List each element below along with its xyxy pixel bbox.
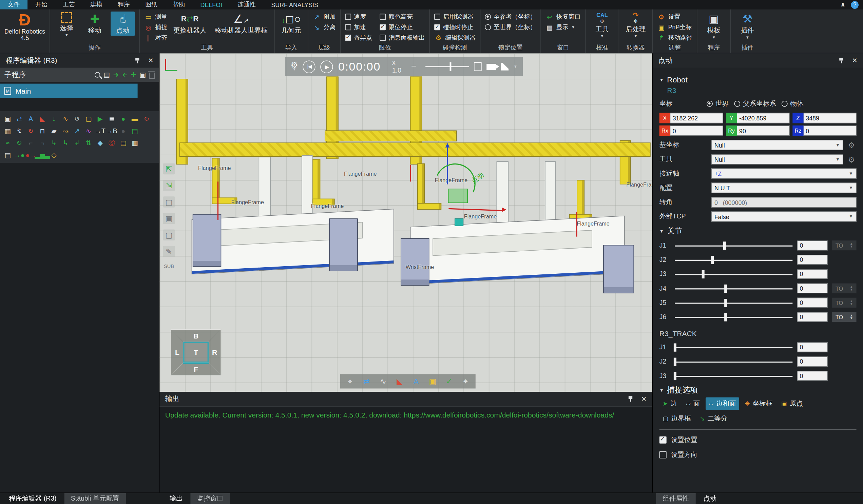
statement-icon[interactable]: ▂▅▃ [37,150,47,160]
viewport-toolbar-icon[interactable]: A [410,376,422,387]
axis-input[interactable]: 0 [670,126,723,136]
output-log[interactable]: Update available. Current version: 4.5.0… [160,406,652,492]
panel-tab[interactable]: 点动 [697,493,723,504]
panel-tab[interactable]: 输出 [163,493,189,504]
joint-slider[interactable] [675,256,792,264]
move-button[interactable]: ✚ 移动 [83,12,107,36]
collapse-ribbon-icon[interactable]: ∧ [841,1,846,8]
statement-icon[interactable]: ≈ [3,138,13,148]
viewport-toolbar-icon[interactable]: ⌖ [344,376,356,387]
statement-icon[interactable]: ▰ [49,126,59,136]
joint-value-input[interactable]: 0 [797,312,828,322]
menu-tab[interactable]: 建模 [83,0,110,10]
statement-icon[interactable]: ◣ [37,114,47,124]
postprocess-button[interactable]: ↷⌖ 后处理 ▼ [624,12,648,39]
slider-thumb[interactable] [724,284,727,292]
delete-icon[interactable] [149,72,155,78]
attach-button[interactable]: ↗附加 [313,13,336,21]
statement-icon[interactable]: ↳ [60,138,70,148]
collision-checkbox-row[interactable]: 碰撞时停止 [434,23,476,31]
checkbox[interactable] [345,24,351,30]
joint-slider[interactable] [675,313,792,321]
statement-icon[interactable]: ▦ [3,126,13,136]
axis-input[interactable]: 90 [737,126,790,136]
speed-slider[interactable] [426,66,469,67]
axis-input[interactable]: 0 [804,126,856,136]
menu-tab[interactable]: 帮助 [165,0,193,10]
joint-slider[interactable] [675,343,792,351]
export-program-icon[interactable]: ➜ [122,71,127,79]
snap-checkbox-row[interactable]: 设置位置 [660,435,856,445]
turns-spinner[interactable]: TO▲▼ [832,240,856,250]
viewport-3d[interactable]: ⚙▼ |◀ ▶ 0:00:00 x 1.0 − ▼ ⇱⇲▢▣▢✎ [160,53,652,392]
statement-icon[interactable]: →T [95,126,105,136]
statement-icon[interactable]: ◇ [49,150,59,160]
pin-icon[interactable] [134,57,140,64]
slider-thumb[interactable] [724,299,727,306]
statement-icon[interactable]: Ⓢ [107,138,117,148]
joint-value-input[interactable]: 0 [797,255,828,265]
import-program-icon[interactable]: ➜ [113,71,118,79]
pin-icon[interactable] [627,396,633,402]
animation-icon[interactable] [501,63,509,71]
statement-icon[interactable]: ⇄ [14,114,24,124]
statement-icon[interactable]: ● [118,114,128,124]
coordinate-radio-option[interactable]: 物体 [781,99,804,109]
geometry-button[interactable]: ↓◻○ 几何元 [279,12,303,36]
gizmo-x-axis[interactable] [449,208,503,211]
measure-button[interactable]: ▭测量 [144,13,167,21]
slider-thumb[interactable] [702,270,704,278]
snap-option-button[interactable]: ▢边界框 [660,412,695,425]
configuration-select[interactable]: N U T▼ [711,183,856,193]
tool-frame-select[interactable]: Null▼ [711,154,843,164]
snap-option-button[interactable]: ↘二等分 [697,412,731,425]
pin-icon[interactable] [838,57,845,64]
statement-icon[interactable]: A [26,114,36,124]
checklist-icon[interactable]: ▤ [103,71,110,79]
coordinate-radio-option[interactable]: 世界 [706,99,729,109]
viewport-tool-icon[interactable]: ▢ [163,197,175,207]
lock-radio-row[interactable]: 至世界（坐标） [485,23,536,31]
statement-icon[interactable]: ▤ [3,150,13,160]
statement-icon[interactable]: ⊓ [37,126,47,136]
checkbox[interactable] [379,35,386,41]
statement-icon[interactable]: ●→ [26,150,36,160]
menu-tab[interactable]: 连通性 [230,0,264,10]
settings-button[interactable]: ⚙设置 [657,13,692,21]
statement-icon[interactable]: ● [118,126,128,136]
statement-icon[interactable]: ▬ [130,114,140,124]
checkbox[interactable] [434,24,440,30]
viewport-toolbar-icon[interactable]: ⇄ [361,376,373,387]
spinner-arrows-icon[interactable]: ▲▼ [850,314,853,319]
nav-cube-face-top[interactable]: T [183,342,209,363]
statement-icon[interactable]: ↻ [14,138,24,148]
chevron-down-icon[interactable]: ▼ [514,65,517,68]
radio[interactable] [781,101,788,107]
panel-tab[interactable]: Stäubli 单元配置 [64,493,126,504]
statement-icon[interactable]: ↻ [141,114,151,124]
checkbox[interactable] [379,24,386,30]
viewport-toolbar-icon[interactable]: ▣ [426,376,439,387]
select-button[interactable]: 选择 ▼ [54,12,79,37]
edit-detector-button[interactable]: ⚙编辑探测器 [434,34,476,42]
limit-checkbox-row[interactable]: 限位停止 [379,23,425,31]
slider-thumb[interactable] [724,313,727,321]
statement-icon[interactable]: ≣ [107,114,117,124]
jog-button[interactable]: ☝ 点动 [111,12,135,36]
capture-button[interactable]: ◎捕捉 [144,23,167,31]
statement-icon[interactable]: ▤ [118,138,128,148]
statement-icon[interactable]: ▢ [84,114,93,124]
collision-checkbox-row[interactable]: 启用探测器 [434,13,476,21]
viewport-toolbar-icon[interactable]: ✓ [443,376,455,387]
axis-input[interactable]: -4020.859 [737,113,790,124]
move-path-button[interactable]: ↱移动路径 [657,34,692,42]
joint-value-input[interactable]: 0 [797,269,828,279]
snap-checkbox-row[interactable]: 设置方向 [660,450,856,459]
slider-thumb[interactable] [674,357,676,366]
snap-option-button[interactable]: ▱边和面 [705,397,739,410]
pnp-button[interactable]: ▣PnP坐标 [657,23,692,31]
export-pdf-icon[interactable] [474,62,481,71]
gear-icon[interactable]: ⚙ [846,141,856,150]
statement-icon[interactable]: ⇅ [84,138,93,148]
add-program-icon[interactable]: ✚ [130,71,136,79]
